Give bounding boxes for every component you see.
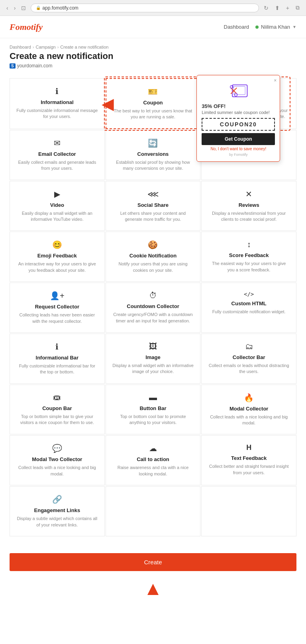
- video-icon: ▶: [16, 189, 98, 199]
- card-social-share[interactable]: ⋘ Social Share Let others share your con…: [106, 181, 201, 231]
- reviews-icon: ✕: [208, 189, 290, 199]
- card-modal-two-collector[interactable]: 💬 Modal Two Collector Collect leads with…: [10, 435, 105, 485]
- main-content: Dashboard › Campaign › Create a new noti…: [0, 38, 306, 644]
- email-collector-icon: ✉: [16, 138, 98, 148]
- score-feedback-desc: The easiest way for your users to give y…: [208, 261, 290, 273]
- card-coupon-bar[interactable]: 🎟 Coupon Bar Top or bottom simple bar to…: [10, 385, 105, 435]
- engagement-links-icon: 🔗: [16, 495, 98, 504]
- coupon-bar-title: Coupon Bar: [16, 405, 98, 411]
- card-score-feedback[interactable]: ↕ Score Feedback The easiest way for you…: [201, 232, 296, 282]
- card-button-bar[interactable]: ▬ Button Bar Top or bottom cool bar to p…: [106, 385, 201, 435]
- create-button-area: Create: [0, 547, 306, 577]
- card-reviews[interactable]: ✕ Reviews Display a review/testimonial f…: [201, 181, 296, 231]
- countdown-collector-icon: ⏱: [112, 291, 194, 300]
- coupon-wrapper: 🎫 Coupon The best way to let your users …: [106, 78, 201, 129]
- card-informational[interactable]: ℹ Informational Fully customizable infor…: [10, 78, 105, 129]
- logo[interactable]: Fomotify: [10, 22, 43, 32]
- email-collector-desc: Easily collect emails and generate leads…: [16, 159, 98, 172]
- conversions2-icon: 🔄: [112, 138, 194, 148]
- card-cookie-notification[interactable]: 🍪 Cookie Notification Notify your users …: [106, 232, 201, 282]
- user-dropdown-icon[interactable]: ▼: [292, 25, 296, 29]
- share-button[interactable]: ⬆: [273, 4, 281, 12]
- modal-collector-icon: 🔥: [208, 393, 290, 402]
- app-header: Fomotify Dashboard Niilima Khan ▼: [0, 16, 306, 38]
- user-online-indicator: [255, 26, 259, 29]
- address-bar[interactable]: 🔒 app.fomotify.com: [31, 4, 259, 12]
- modal-two-collector-title: Modal Two Collector: [16, 456, 98, 462]
- video-desc: Easily display a small widget with an in…: [16, 210, 98, 223]
- button-bar-desc: Top or bottom cool bar to promote anythi…: [112, 414, 194, 426]
- add-tab-button[interactable]: +: [284, 4, 291, 12]
- social-share-icon: ⋘: [112, 189, 194, 199]
- card-coupon[interactable]: 🎫 Coupon The best way to let your users …: [106, 78, 201, 129]
- dashboard-link[interactable]: Dashboard: [224, 24, 249, 30]
- card-email-collector[interactable]: ✉ Email Collector Easily collect emails …: [10, 130, 105, 180]
- call-to-action-icon: ☁: [112, 444, 194, 453]
- coupon-preview-popup: × 35% OFF! Limited: [196, 75, 280, 162]
- back-button[interactable]: ‹: [5, 4, 10, 12]
- row-7: 🎟 Coupon Bar Top or bottom simple bar to…: [10, 385, 296, 435]
- card-conversions2[interactable]: 🔄 Conversions Establish social proof by …: [106, 130, 201, 180]
- video-title: Video: [16, 202, 98, 208]
- modal-two-collector-desc: Collect leads with a nice looking and bi…: [16, 465, 98, 477]
- informational-bar-icon: ℹ: [16, 342, 98, 351]
- card-modal-collector[interactable]: 🔥 Modal Collector Collect leads with a n…: [201, 385, 296, 435]
- row-4: 😊 Emoji Feedback An interactive way for …: [10, 232, 296, 282]
- row-6: ℹ Informational Bar Fully customizable i…: [10, 334, 296, 384]
- emoji-feedback-desc: An interactive way for your users to giv…: [16, 261, 98, 273]
- forward-button[interactable]: ›: [12, 4, 18, 12]
- card-call-to-action[interactable]: ☁ Call to action Raise awareness and cta…: [106, 435, 201, 485]
- get-coupon-button[interactable]: Get Coupon: [202, 133, 275, 145]
- custom-html-icon: </>: [208, 291, 290, 297]
- custom-html-title: Custom HTML: [208, 300, 290, 306]
- request-collector-desc: Collecting leads has never been easier w…: [16, 312, 98, 324]
- card-emoji-feedback[interactable]: 😊 Emoji Feedback An interactive way for …: [10, 232, 105, 282]
- informational-desc: Fully customizable informational message…: [16, 108, 98, 120]
- card-countdown-collector[interactable]: ⏱ Countdown Collector Create urgency/FOM…: [106, 283, 201, 333]
- breadcrumb-campaign[interactable]: Campaign: [36, 45, 56, 49]
- email-collector-title: Email Collector: [16, 151, 98, 157]
- coupon-close-button[interactable]: ×: [274, 78, 277, 83]
- row-3: ▶ Video Easily display a small widget wi…: [10, 181, 296, 231]
- reader-button[interactable]: ⊡: [20, 4, 27, 12]
- collector-bar-icon: 🗂: [208, 342, 290, 351]
- conversions2-title: Conversions: [112, 151, 194, 157]
- text-feedback-icon: H: [208, 444, 290, 452]
- engagement-links-desc: Display a subtle widget which contains a…: [16, 516, 98, 528]
- coupon-title: Coupon: [113, 100, 194, 106]
- url-text: app.fomotify.com: [42, 5, 78, 11]
- card-text-feedback[interactable]: H Text Feedback Collect better and strai…: [201, 435, 296, 485]
- score-feedback-icon: ↕: [208, 240, 290, 249]
- browser-chrome: ‹ › ⊡ 🔒 app.fomotify.com ↻ ⬆ + ⧉: [0, 0, 306, 16]
- card-image[interactable]: 🖼 Image Display a small widget with an i…: [106, 334, 201, 384]
- emoji-feedback-title: Emoji Feedback: [16, 253, 98, 259]
- request-collector-icon: 👤+: [16, 291, 98, 300]
- cookie-notification-desc: Notify your users that you are using coo…: [112, 261, 194, 273]
- breadcrumb-dashboard[interactable]: Dashboard: [10, 45, 31, 49]
- header-right: Dashboard Niilima Khan ▼: [224, 24, 297, 30]
- user-name[interactable]: Niilima Khan: [261, 24, 290, 30]
- coupon-preview-title: 35% OFF!: [202, 103, 275, 109]
- row-9: 🔗 Engagement Links Display a subtle widg…: [10, 486, 296, 536]
- card-informational-bar[interactable]: ℹ Informational Bar Fully customizable i…: [10, 334, 105, 384]
- social-share-title: Social Share: [112, 202, 194, 208]
- image-title: Image: [112, 354, 194, 360]
- card-collector-bar[interactable]: 🗂 Collector Bar Collect emails or leads …: [201, 334, 296, 384]
- informational-icon: ℹ: [16, 86, 98, 96]
- cookie-notification-icon: 🍪: [112, 240, 194, 249]
- card-engagement-links[interactable]: 🔗 Engagement Links Display a subtle widg…: [10, 486, 105, 536]
- page-title: Create a new notification: [10, 51, 296, 61]
- breadcrumb-sep-2: ›: [57, 45, 59, 49]
- no-save-link[interactable]: No, I don't want to save money!: [202, 147, 275, 151]
- reload-button[interactable]: ↻: [262, 4, 270, 12]
- score-feedback-title: Score Feedback: [208, 252, 290, 258]
- svg-point-4: [230, 85, 233, 88]
- card-custom-html[interactable]: </> Custom HTML Fully customizable notif…: [201, 283, 296, 333]
- card-request-collector[interactable]: 👤+ Request Collector Collecting leads ha…: [10, 283, 105, 333]
- button-bar-title: Button Bar: [112, 405, 194, 411]
- tabs-button[interactable]: ⧉: [294, 4, 301, 12]
- create-button[interactable]: Create: [10, 553, 296, 571]
- card-video[interactable]: ▶ Video Easily display a small widget wi…: [10, 181, 105, 231]
- button-bar-icon: ▬: [112, 393, 194, 402]
- call-to-action-title: Call to action: [112, 456, 194, 462]
